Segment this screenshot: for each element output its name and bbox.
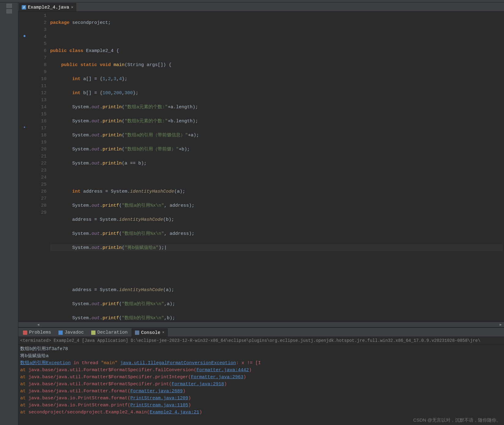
console-line: 将b值赋值给a [20, 353, 502, 360]
console-output[interactable]: 数组b的引用3f3afe78 将b值赋值给a 数组a的引用Exception i… [18, 345, 504, 425]
top-toolbar [0, 0, 504, 2]
tab-console[interactable]: Console × [132, 328, 168, 337]
stack-link[interactable]: Example2_4.java:21 [150, 410, 199, 415]
horizontal-scrollbar[interactable]: ◀ ▶ [18, 322, 504, 327]
stack-link[interactable]: Formatter.java:2689 [130, 389, 183, 394]
watermark: CSDN @无言以对，沉默不语，随你随你。 [413, 417, 501, 423]
editor-tab[interactable]: J Example2_4.java × [19, 3, 76, 11]
tab-javadoc[interactable]: Javadoc [55, 328, 87, 337]
javadoc-icon [58, 331, 63, 335]
console-line: at java.base/java.util.Formatter$FormatS… [20, 374, 502, 381]
main-area: J Example2_4.java × ● • 1234567891011121… [0, 2, 504, 425]
tab-label: Example2_4.java [28, 5, 69, 10]
java-file-icon: J [22, 5, 26, 9]
stack-link[interactable]: Formatter.java:4442 [196, 368, 249, 373]
code-area[interactable]: package secondproject; public class Exam… [49, 12, 504, 322]
code-editor[interactable]: ● • 123456789101112131415161718192021222… [18, 12, 504, 322]
stack-link[interactable]: Formatter.java:2918 [172, 382, 224, 387]
minimize-icon[interactable] [6, 9, 12, 13]
console-line: at java.base/java.util.Formatter$FormatS… [20, 381, 502, 388]
console-icon [135, 331, 139, 335]
scroll-left-icon[interactable]: ◀ [36, 323, 40, 327]
console-line: at java.base/java.util.Formatter.format(… [20, 388, 502, 395]
console-line: at java.base/java.util.Formatter$FormatS… [20, 367, 502, 374]
editor-tab-bar: J Example2_4.java × [18, 2, 504, 12]
bottom-panel: Problems Javadoc Declaration Console × <… [18, 327, 504, 425]
stack-link[interactable]: PrintStream.java:1105 [130, 403, 188, 408]
scroll-right-icon[interactable]: ▶ [498, 323, 503, 327]
console-line: at java.base/java.io.PrintStream.printf(… [20, 402, 502, 409]
console-line: at secondproject/secondproject.Example2_… [20, 409, 502, 416]
tab-declaration[interactable]: Declaration [88, 328, 131, 337]
editor-region: J Example2_4.java × ● • 1234567891011121… [18, 2, 504, 425]
console-line: 数组b的引用3f3afe78 [20, 346, 502, 353]
restore-icon[interactable] [6, 4, 12, 8]
marker-column: ● • [18, 12, 31, 322]
console-line: 数组a的引用Exception in thread "main" java.ut… [20, 360, 502, 367]
close-icon[interactable]: × [162, 331, 164, 335]
side-toolbar [0, 2, 18, 425]
stack-link[interactable]: PrintStream.java:1209 [130, 396, 188, 401]
problems-icon [23, 331, 27, 335]
bottom-tab-bar: Problems Javadoc Declaration Console × [18, 328, 504, 337]
stack-link[interactable]: Formatter.java:2963 [191, 375, 243, 380]
text-cursor: | [164, 245, 167, 250]
line-gutter: 1234567891011121314151617181920212223242… [31, 12, 49, 322]
declaration-icon [91, 331, 95, 335]
console-header: <terminated> Example2_4 [Java Applicatio… [18, 337, 504, 345]
tab-problems[interactable]: Problems [20, 328, 54, 337]
close-icon[interactable]: × [71, 5, 73, 10]
console-line: at java.base/java.io.PrintStream.format(… [20, 395, 502, 402]
